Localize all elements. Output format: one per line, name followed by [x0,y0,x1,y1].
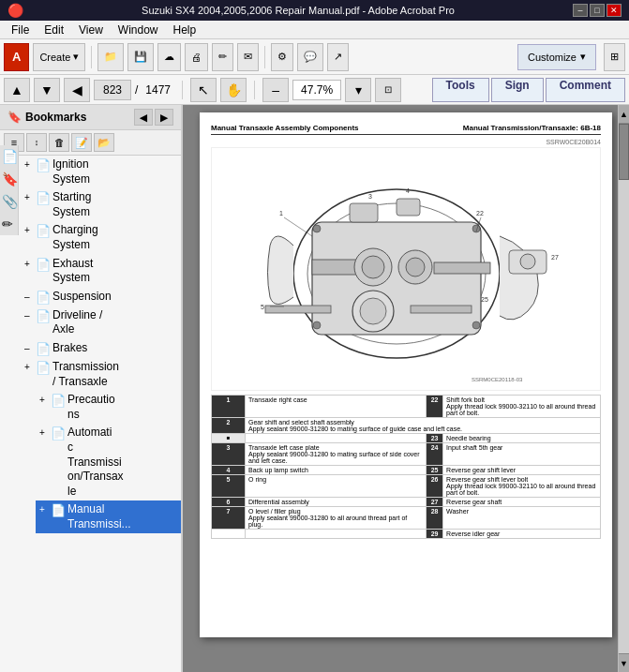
menu-help[interactable]: Help [166,22,204,38]
comment-button[interactable]: Comment [546,78,625,102]
maximize-button[interactable]: □ [590,4,605,17]
print-icon: 🖨 [191,52,202,63]
menu-view[interactable]: View [71,22,111,38]
expand-icon[interactable]: – [24,341,34,353]
part-number: 27 [427,498,443,507]
svg-rect-3 [312,260,359,275]
sidebar-toolbar: ≡ ↕ 🗑 📝 📂 [0,130,181,156]
menu-edit[interactable]: Edit [37,22,71,38]
customize-button[interactable]: Customize ▾ [517,44,596,70]
sidebar-icon-4[interactable]: ✏ [0,213,18,235]
window-title: Suzuki SX4 2004,2005,2006 Repair Manual.… [23,5,573,16]
scrollbar-up[interactable]: ▲ [619,105,629,124]
minimize-button[interactable]: – [573,4,588,17]
bookmark-charging[interactable]: + 📄 ChargingSystem [21,221,181,254]
upload-button[interactable]: ☁ [157,43,181,71]
page-number-input[interactable] [94,80,131,100]
sidebar-folder-button[interactable]: 📂 [94,133,114,152]
tools-button[interactable]: Tools [432,78,489,102]
table-row: 3 Transaxle left case plateApply sealant… [212,443,601,466]
svg-text:25: 25 [481,296,488,303]
expand-icon[interactable]: + [39,502,49,515]
sidebar-sort-button[interactable]: ↕ [26,133,47,152]
pdf-content-area[interactable]: Manual Transaxle Assembly Components Man… [183,105,629,672]
transmission-label: Transmission/ Transaxle [52,360,177,389]
hand-tool[interactable]: ✋ [220,78,247,102]
scroll-down-button[interactable]: ▼ [34,78,60,102]
sidebar-nav-prev[interactable]: ◀ [134,109,153,126]
create-button[interactable]: Create ▾ [33,43,85,71]
menu-file[interactable]: File [4,22,37,38]
expand-icon[interactable]: + [24,190,34,202]
mail-button[interactable]: ✉ [237,43,259,71]
part-desc: O level / filler plugApply sealant 99000… [246,507,427,530]
sidebar-new-button[interactable]: 📝 [71,133,92,152]
expand-icon[interactable]: + [39,426,49,438]
bookmark-doc-icon: 📄 [36,360,51,375]
bookmark-ignition[interactable]: + 📄 IgnitionSystem [21,156,181,188]
bookmark-exhaust[interactable]: + 📄 ExhaustSystem [21,255,181,288]
gear-icon: ⚙ [277,51,287,63]
bookmark-starting[interactable]: + 📄 StartingSystem [21,188,181,221]
sidebar-nav-next[interactable]: ▶ [155,109,173,126]
bookmark-precautions[interactable]: + 📄 Precautions [36,391,181,424]
scroll-up-button[interactable]: ▲ [4,78,30,102]
ignition-label: IgnitionSystem [52,157,177,187]
sidebar-icon-1[interactable]: 📄 [0,156,18,168]
part-desc: Needle bearing [443,434,601,443]
back-button[interactable]: ◀ [64,78,90,102]
fit-page-button[interactable]: ⊡ [375,78,401,102]
part-desc [246,434,427,443]
part-desc-empty [246,530,427,539]
part-number: 26 [427,475,443,498]
save-button[interactable]: 💾 [127,43,154,71]
expand-icon[interactable]: + [24,257,34,269]
cursor-tool[interactable]: ↖ [190,78,217,102]
expand-icon[interactable]: – [24,308,34,321]
open-button[interactable]: 📁 [97,43,124,71]
bookmark-transmission[interactable]: + 📄 Transmission/ Transaxle [21,358,181,391]
bookmark-suspension[interactable]: – 📄 Suspension [21,288,181,306]
expand-icon[interactable]: + [39,393,49,405]
scrollbar-thumb[interactable] [619,124,629,180]
part-desc: Reverse idler gear [443,530,601,539]
pdf-scrollbar[interactable]: ▲ ▼ [618,105,629,672]
bookmark-brakes[interactable]: – 📄 Brakes [21,339,181,358]
zoom-out-button[interactable]: – [262,78,289,102]
share-button[interactable]: ↗ [327,43,349,71]
toolbar-separator2 [264,46,265,68]
part-desc: Reverse gear shift lever [443,466,601,475]
table-row: 5 O ring 26 Reverse gear shift lever bol… [212,475,601,498]
bookmark-doc-icon: 📄 [36,290,51,305]
bookmark-driveline[interactable]: – 📄 Driveline /Axle [21,306,181,339]
bookmark-automatic[interactable]: + 📄 AutomaticTransmission/Transaxle [36,424,181,500]
sidebar-delete-button[interactable]: 🗑 [49,133,69,152]
close-button[interactable]: ✕ [607,4,622,17]
part-number: 25 [427,466,443,475]
toolbar-extra[interactable]: ⊞ [604,43,625,71]
svg-text:3: 3 [368,193,372,200]
exhaust-label: ExhaustSystem [52,257,177,286]
mail-icon: ✉ [244,51,252,63]
bubble-icon: 💬 [304,51,317,63]
print-button[interactable]: 🖨 [185,43,208,71]
expand-icon[interactable]: + [24,360,34,372]
scrollbar-down[interactable]: ▼ [619,653,629,672]
sidebar-icon-2[interactable]: 🔖 [0,168,18,190]
comment-bubble-button[interactable]: 💬 [297,43,323,71]
zoom-dropdown-button[interactable]: ▾ [345,78,371,102]
bookmark-doc-icon: 📄 [36,223,51,238]
sign-button[interactable]: Sign [491,78,544,102]
expand-icon[interactable]: + [24,223,34,235]
table-row: 29 Reverse idler gear [212,530,601,539]
svg-point-6 [362,256,384,278]
bookmark-doc-icon: 📄 [36,157,51,172]
expand-icon[interactable]: – [24,290,34,302]
sidebar-icon-3[interactable]: 📎 [0,190,18,213]
bookmark-manual[interactable]: + 📄 ManualTransmissi... [36,500,181,533]
menu-window[interactable]: Window [111,22,166,38]
edit-button[interactable]: ✏ [212,43,233,71]
expand-icon[interactable]: + [24,157,34,170]
zoom-input[interactable] [292,80,341,100]
settings-button[interactable]: ⚙ [271,43,293,71]
